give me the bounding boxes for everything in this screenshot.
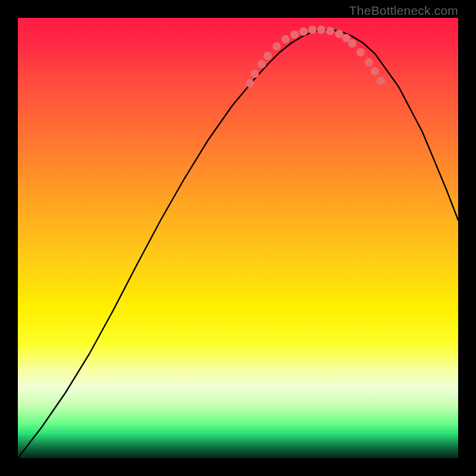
marker-dot <box>326 27 334 35</box>
watermark-text: TheBottleneck.com <box>349 4 458 18</box>
plot-area <box>18 18 458 458</box>
marker-dot <box>348 39 356 48</box>
marker-dots <box>246 26 385 87</box>
marker-dot <box>250 70 259 78</box>
marker-dot <box>281 35 290 43</box>
marker-dot <box>371 67 379 76</box>
marker-dot <box>308 26 317 34</box>
chart-frame: TheBottleneck.com <box>0 0 476 476</box>
curve-svg <box>18 18 458 458</box>
marker-dot <box>290 30 299 39</box>
marker-dot <box>258 60 266 68</box>
marker-dot <box>299 27 308 36</box>
marker-dot <box>317 26 325 34</box>
marker-dot <box>356 48 365 57</box>
marker-dot <box>335 30 343 38</box>
marker-dot <box>377 77 385 85</box>
marker-dot <box>246 79 254 87</box>
marker-dot <box>273 42 281 51</box>
marker-dot <box>365 58 373 67</box>
marker-dot <box>264 52 272 60</box>
bottleneck-curve <box>18 30 458 458</box>
